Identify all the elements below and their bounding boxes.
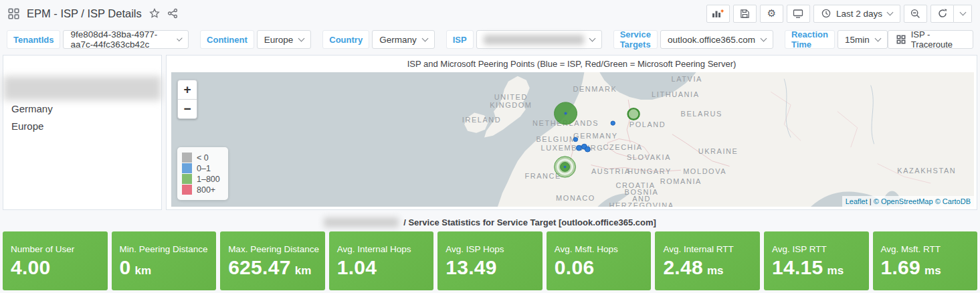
legend-label: 800+ xyxy=(197,185,215,195)
filter-label-tenantids: TenantIds xyxy=(7,30,60,49)
stat-panel-value: 0km xyxy=(120,256,214,279)
peering-map-panel: ISP and Microsoft Peering Points (Blue =… xyxy=(166,55,977,210)
stat-panel[interactable]: Avg. ISP Hops13.49 xyxy=(437,231,543,290)
stat-panel-value: 13.49 xyxy=(446,256,540,279)
isp-marker[interactable] xyxy=(585,146,590,152)
filter-service-targets: Service Targetsoutlook.office365.com xyxy=(613,30,773,49)
openstreetmap-link[interactable]: © OpenStreetMap xyxy=(874,197,933,205)
filter-value-tenantids[interactable]: 9fe808d4-38ba-4977-aa7c-44fc363cb42c xyxy=(63,30,189,49)
redacted-isp-name xyxy=(3,76,161,100)
filter-tenantids: TenantIds9fe808d4-38ba-4977-aa7c-44fc363… xyxy=(7,30,189,49)
stat-panel-title: Number of User xyxy=(11,244,105,254)
dashboard-grid-icon xyxy=(8,8,19,19)
country-label: BELARUS xyxy=(681,110,722,118)
filter-value-country[interactable]: Germany xyxy=(372,30,435,49)
chevron-down-icon xyxy=(887,9,894,15)
filter-value-isp[interactable] xyxy=(476,30,602,49)
page-title: EPM - ISP / ISP Details xyxy=(27,7,142,20)
chevron-down-icon xyxy=(298,35,305,41)
filter-value-reaction-time[interactable]: 15min xyxy=(838,30,888,49)
stat-value-unit: ms xyxy=(827,264,844,278)
stat-panel-value: 4.00 xyxy=(11,256,105,279)
main-row: Germany Europe ISP and Microsoft Peering… xyxy=(0,55,980,213)
filter-label-country: Country xyxy=(322,30,369,49)
variables-row: TenantIds9fe808d4-38ba-4977-aa7c-44fc363… xyxy=(0,29,980,50)
share-icon[interactable] xyxy=(167,8,178,19)
refresh-button[interactable] xyxy=(930,5,954,23)
filter-value-text: outlook.office365.com xyxy=(668,35,755,45)
stat-panel-value: 2.48ms xyxy=(663,256,757,279)
stats-row-title: / Service Statistics for Service Target … xyxy=(403,217,656,227)
stats-row-header[interactable]: / Service Statistics for Service Target … xyxy=(0,215,980,229)
zoom-out-button[interactable]: − xyxy=(178,100,197,118)
isp-marker[interactable] xyxy=(611,121,615,125)
filter-value-text: 15min xyxy=(845,35,870,45)
legend-row: < 0 xyxy=(182,153,220,163)
stat-panel-title: Avg. Msft. Hops xyxy=(555,244,649,254)
star-icon[interactable] xyxy=(149,8,160,19)
chevron-down-icon xyxy=(959,9,966,15)
legend-label: < 0 xyxy=(197,153,209,163)
country-label: FRANCE xyxy=(524,172,561,180)
save-dashboard-button[interactable] xyxy=(733,5,757,23)
stat-panel-value: 0.06 xyxy=(555,256,649,279)
filter-value-continent[interactable]: Europe xyxy=(257,30,312,49)
refresh-interval-dropdown[interactable] xyxy=(954,5,972,23)
stat-panel[interactable]: Avg. Internal Hops1.04 xyxy=(329,231,434,290)
country-label: CZECHIA xyxy=(603,143,643,151)
msft-peering-marker-rings[interactable] xyxy=(555,157,576,177)
country-label: BELGIUM xyxy=(536,136,576,144)
time-range-picker[interactable]: Last 2 days xyxy=(813,5,900,23)
msft-peering-marker-ring[interactable] xyxy=(628,108,640,120)
stat-panel[interactable]: Avg. Msft. RTT1.69ms xyxy=(873,231,978,290)
stat-value-number: 14.15 xyxy=(772,256,823,279)
country-label: LATVIA xyxy=(672,75,702,83)
stat-value-unit: ms xyxy=(707,264,724,278)
stat-panel-title: Avg. ISP Hops xyxy=(446,244,540,254)
stat-value-number: 1.69 xyxy=(881,256,921,279)
zoom-in-button[interactable]: + xyxy=(178,80,197,100)
isp-marker[interactable] xyxy=(573,137,577,141)
isp-traceroute-link[interactable]: ISP - Traceroute xyxy=(888,30,973,49)
stat-panel[interactable]: Avg. Internal RTT2.48ms xyxy=(655,231,760,290)
settings-gear-icon[interactable]: ⚙ xyxy=(760,5,783,23)
legend-swatch xyxy=(182,163,192,173)
filter-value-service-targets[interactable]: outlook.office365.com xyxy=(660,30,773,49)
country-label: UNITEDKINGDOM xyxy=(490,93,532,109)
stat-panel[interactable]: Avg. Msft. Hops0.06 xyxy=(547,231,652,290)
leaflet-link[interactable]: Leaflet xyxy=(846,197,868,205)
stat-panel[interactable]: Avg. ISP RTT14.15ms xyxy=(764,231,869,290)
chevron-down-icon xyxy=(421,35,428,41)
stat-panel[interactable]: Number of User4.00 xyxy=(3,231,108,290)
add-panel-button[interactable] xyxy=(706,5,730,23)
europe-map[interactable]: UNITEDKINGDOMIRELANDDENMARKNETHERLANDSBE… xyxy=(171,72,974,207)
cartodb-link[interactable]: © CartoDB xyxy=(935,197,971,205)
stat-panel[interactable]: Min. Peering Distance0km xyxy=(112,231,217,290)
country-label: ROMANIA xyxy=(660,177,702,185)
map-zoom-control: + − xyxy=(177,80,197,119)
stat-value-number: 13.49 xyxy=(446,256,497,279)
stat-value-unit: km xyxy=(135,264,152,278)
filter-isp: ISP xyxy=(446,30,602,49)
country-label: MONACO xyxy=(556,194,595,202)
legend-row: 0–1 xyxy=(182,163,220,173)
legend-label: 1–800 xyxy=(197,175,220,184)
clock-icon xyxy=(821,9,831,18)
map-viewport[interactable]: UNITEDKINGDOMIRELANDDENMARKNETHERLANDSBE… xyxy=(171,72,974,207)
country-label: LITHUANIA xyxy=(652,90,699,98)
stat-panel[interactable]: Max. Peering Distance625.47km xyxy=(220,231,325,290)
tv-mode-icon[interactable] xyxy=(787,5,810,23)
stat-panel-value: 1.04 xyxy=(337,256,431,279)
zoom-out-time-button[interactable] xyxy=(904,5,927,23)
isp-marker[interactable] xyxy=(576,145,581,151)
stat-panel-title: Avg. Msft. RTT xyxy=(881,244,975,254)
filter-reaction-time: Reaction Time15min xyxy=(785,30,888,49)
attribution-separator: | xyxy=(870,197,872,205)
chevron-down-icon xyxy=(761,35,767,41)
stat-value-number: 0 xyxy=(120,256,131,279)
isp-summary-panel: Germany Europe xyxy=(3,55,162,210)
stat-value-unit: km xyxy=(295,264,312,278)
msft-peering-marker-large[interactable] xyxy=(555,102,577,124)
legend-label: 0–1 xyxy=(197,164,211,173)
country-label: MOLDOVA xyxy=(683,167,726,175)
